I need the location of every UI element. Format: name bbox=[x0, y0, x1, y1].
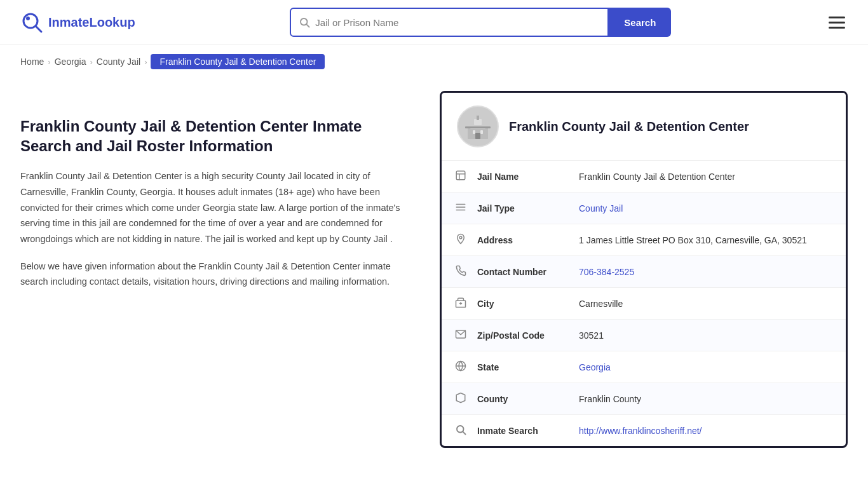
svg-point-20 bbox=[459, 236, 462, 239]
inmate-search-link[interactable]: http://www.franklincosheriff.net/ bbox=[579, 426, 702, 436]
row-icon-contact bbox=[442, 256, 472, 288]
chevron-icon-3: › bbox=[144, 57, 147, 67]
row-label-state: State bbox=[472, 351, 574, 383]
table-row: Address 1 James Little Street PO Box 310… bbox=[442, 224, 846, 256]
row-icon-inmate-search bbox=[442, 415, 472, 447]
table-row: Jail Type County Jail bbox=[442, 193, 846, 224]
svg-line-28 bbox=[463, 431, 465, 434]
logo-icon bbox=[20, 11, 43, 34]
table-row: Inmate Search http://www.franklincosheri… bbox=[442, 415, 846, 447]
row-value-county: Franklin County bbox=[574, 383, 846, 415]
svg-rect-12 bbox=[475, 133, 480, 139]
svg-point-13 bbox=[476, 112, 480, 116]
table-row: Zip/Postal Code 30521 bbox=[442, 320, 846, 351]
state-link[interactable]: Georgia bbox=[579, 362, 611, 372]
row-icon-address bbox=[442, 224, 472, 256]
search-input-wrap bbox=[290, 8, 609, 37]
svg-line-1 bbox=[36, 26, 41, 32]
hamburger-line-3 bbox=[829, 27, 845, 29]
table-row: County Franklin County bbox=[442, 383, 846, 415]
jail-type-link[interactable]: County Jail bbox=[579, 203, 623, 214]
row-icon-state bbox=[442, 351, 472, 383]
svg-line-4 bbox=[307, 24, 309, 27]
chevron-icon-2: › bbox=[90, 57, 93, 67]
row-label-inmate-search: Inmate Search bbox=[472, 415, 574, 447]
row-label-zip: Zip/Postal Code bbox=[472, 320, 574, 351]
page-title: Franklin County Jail & Detention Center … bbox=[20, 116, 414, 156]
breadcrumb-georgia[interactable]: Georgia bbox=[55, 57, 86, 67]
table-row: State Georgia bbox=[442, 351, 846, 383]
row-label-jail-type: Jail Type bbox=[472, 193, 574, 224]
table-row: Jail Name Franklin County Jail & Detenti… bbox=[442, 161, 846, 193]
page-description-2: Below we have given information about th… bbox=[20, 259, 414, 290]
logo-text: InmateLookup bbox=[48, 15, 135, 30]
breadcrumb-home[interactable]: Home bbox=[20, 57, 44, 67]
row-icon-jail-type bbox=[442, 193, 472, 224]
row-label-jail-name: Jail Name bbox=[472, 161, 574, 193]
row-icon-city bbox=[442, 288, 472, 320]
card-header: Franklin County Jail & Detention Center bbox=[442, 93, 846, 161]
row-label-address: Address bbox=[472, 224, 574, 256]
hamburger-menu-button[interactable] bbox=[826, 14, 848, 31]
row-label-county: County bbox=[472, 383, 574, 415]
left-column: Franklin County Jail & Detention Center … bbox=[20, 91, 414, 448]
search-button[interactable]: Search bbox=[609, 8, 671, 37]
chevron-icon-1: › bbox=[48, 57, 50, 67]
svg-rect-11 bbox=[480, 130, 483, 134]
row-value-inmate-search[interactable]: http://www.franklincosheriff.net/ bbox=[574, 415, 846, 447]
search-input[interactable] bbox=[315, 17, 600, 28]
breadcrumb-county-jail[interactable]: County Jail bbox=[97, 57, 140, 67]
hamburger-line-1 bbox=[829, 17, 845, 18]
facility-info-table: Jail Name Franklin County Jail & Detenti… bbox=[442, 161, 846, 446]
main-content: Franklin County Jail & Detention Center … bbox=[0, 78, 868, 473]
logo-prefix: Inmate bbox=[48, 15, 89, 29]
card-facility-title: Franklin County Jail & Detention Center bbox=[509, 119, 749, 134]
row-value-state[interactable]: Georgia bbox=[574, 351, 846, 383]
site-header: InmateLookup Search bbox=[0, 0, 868, 45]
row-label-city: City bbox=[472, 288, 574, 320]
search-area: Search bbox=[290, 8, 671, 37]
svg-rect-14 bbox=[456, 171, 465, 180]
svg-point-2 bbox=[26, 17, 30, 20]
row-value-jail-type[interactable]: County Jail bbox=[574, 193, 846, 224]
row-icon-county bbox=[442, 383, 472, 415]
facility-building-icon bbox=[461, 110, 494, 143]
row-label-contact: Contact Number bbox=[472, 256, 574, 288]
logo-suffix: Lookup bbox=[89, 15, 135, 29]
table-row: City Carnesville bbox=[442, 288, 846, 320]
row-icon-jail-name bbox=[442, 161, 472, 193]
row-icon-zip bbox=[442, 320, 472, 351]
breadcrumb-current: Franklin County Jail & Detention Center bbox=[151, 54, 325, 69]
right-column: Franklin County Jail & Detention Center … bbox=[440, 91, 848, 448]
row-value-contact[interactable]: 706-384-2525 bbox=[574, 256, 846, 288]
contact-number-link[interactable]: 706-384-2525 bbox=[579, 267, 634, 277]
logo-link[interactable]: InmateLookup bbox=[20, 11, 135, 34]
page-description-1: Franklin County Jail & Detention Center … bbox=[20, 168, 414, 247]
row-value-jail-name: Franklin County Jail & Detention Center bbox=[574, 161, 846, 193]
breadcrumb: Home › Georgia › County Jail › Franklin … bbox=[0, 45, 868, 78]
hamburger-line-2 bbox=[829, 22, 845, 24]
table-row: Contact Number 706-384-2525 bbox=[442, 256, 846, 288]
search-icon bbox=[299, 17, 310, 28]
facility-avatar bbox=[457, 105, 499, 147]
svg-rect-9 bbox=[465, 126, 491, 128]
facility-info-card: Franklin County Jail & Detention Center … bbox=[440, 91, 848, 448]
svg-rect-10 bbox=[473, 130, 475, 134]
row-value-zip: 30521 bbox=[574, 320, 846, 351]
row-value-address: 1 James Little Street PO Box 310, Carnes… bbox=[574, 224, 846, 256]
svg-rect-8 bbox=[477, 115, 479, 120]
row-value-city: Carnesville bbox=[574, 288, 846, 320]
